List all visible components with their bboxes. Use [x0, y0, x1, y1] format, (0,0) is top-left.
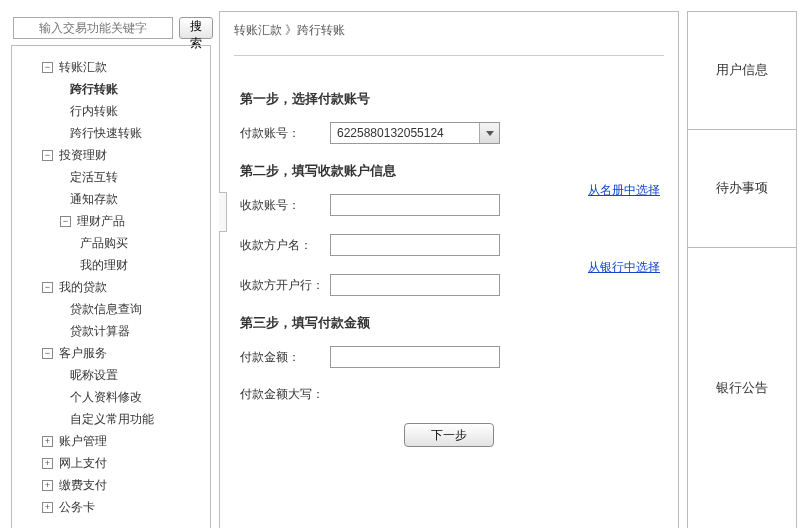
nav-transfer-fast[interactable]: 跨行快速转账	[42, 122, 210, 144]
nav-invest-deposit[interactable]: 定活互转	[42, 166, 210, 188]
nav-service-profile[interactable]: 个人资料修改	[42, 386, 210, 408]
link-addressbook[interactable]: 从名册中选择	[588, 182, 660, 199]
amount-label: 付款金额：	[240, 349, 330, 366]
plus-icon[interactable]: +	[42, 502, 53, 513]
nav-tree: −转账汇款 跨行转账 行内转账 跨行快速转账 −投资理财 定活互转 通知存款 −…	[11, 45, 211, 528]
divider	[234, 55, 664, 56]
nav-invest-notice[interactable]: 通知存款	[42, 188, 210, 210]
minus-icon[interactable]: −	[42, 150, 53, 161]
nav-invest[interactable]: −投资理财	[42, 144, 210, 166]
payer-account-value: 6225880132055124	[337, 126, 444, 140]
panel-user-info[interactable]: 用户信息	[687, 11, 797, 130]
payee-name-label: 收款方户名：	[240, 237, 330, 254]
step2-title: 第二步，填写收款账户信息	[240, 162, 658, 180]
nav-pay-fee[interactable]: +缴费支付	[42, 474, 210, 496]
plus-icon[interactable]: +	[42, 436, 53, 447]
nav-transfer[interactable]: −转账汇款	[42, 56, 210, 78]
minus-icon[interactable]: −	[42, 348, 53, 359]
payee-bank-input[interactable]	[330, 274, 500, 296]
minus-icon[interactable]: −	[42, 62, 53, 73]
amount-input[interactable]	[330, 346, 500, 368]
payee-name-input[interactable]	[330, 234, 500, 256]
nav-service-custom[interactable]: 自定义常用功能	[42, 408, 210, 430]
nav-loan-calc[interactable]: 贷款计算器	[42, 320, 210, 342]
search-button[interactable]: 搜索	[179, 17, 213, 39]
payer-account-label: 付款账号：	[240, 125, 330, 142]
nav-service[interactable]: −客户服务	[42, 342, 210, 364]
nav-transfer-internal[interactable]: 行内转账	[42, 100, 210, 122]
amount-words-label: 付款金额大写：	[240, 386, 330, 403]
payee-account-label: 收款账号：	[240, 197, 330, 214]
panel-notice[interactable]: 银行公告	[687, 248, 797, 528]
link-bank[interactable]: 从银行中选择	[588, 259, 660, 276]
next-button[interactable]: 下一步	[404, 423, 494, 447]
nav-account[interactable]: +账户管理	[42, 430, 210, 452]
panel-todo[interactable]: 待办事项	[687, 130, 797, 248]
nav-invest-buy[interactable]: 产品购买	[42, 232, 210, 254]
plus-icon[interactable]: +	[42, 480, 53, 491]
minus-icon[interactable]: −	[42, 282, 53, 293]
payer-account-select[interactable]: 6225880132055124	[330, 122, 500, 144]
nav-pay-online[interactable]: +网上支付	[42, 452, 210, 474]
nav-loan[interactable]: −我的贷款	[42, 276, 210, 298]
plus-icon[interactable]: +	[42, 458, 53, 469]
step1-title: 第一步，选择付款账号	[240, 90, 658, 108]
nav-invest-products[interactable]: −理财产品	[42, 210, 210, 232]
minus-icon[interactable]: −	[60, 216, 71, 227]
search-input[interactable]	[13, 17, 173, 39]
breadcrumb: 转账汇款 》跨行转账	[220, 12, 678, 49]
step3-title: 第三步，填写付款金额	[240, 314, 658, 332]
payee-account-input[interactable]	[330, 194, 500, 216]
nav-service-nick[interactable]: 昵称设置	[42, 364, 210, 386]
nav-official-card[interactable]: +公务卡	[42, 496, 210, 518]
chevron-down-icon	[479, 123, 499, 143]
payee-bank-label: 收款方开户行：	[240, 277, 330, 294]
nav-loan-query[interactable]: 贷款信息查询	[42, 298, 210, 320]
nav-invest-my[interactable]: 我的理财	[42, 254, 210, 276]
nav-transfer-interbank[interactable]: 跨行转账	[42, 78, 210, 100]
